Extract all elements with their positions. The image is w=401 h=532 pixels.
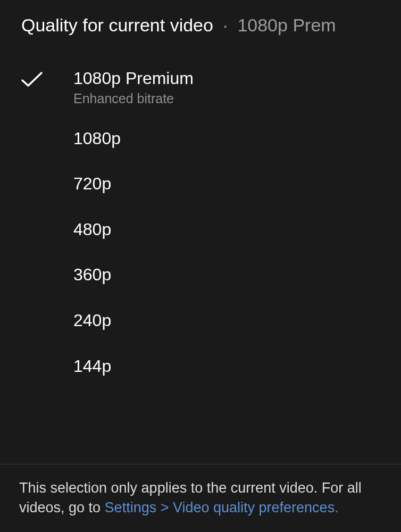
quality-option-1080p-premium[interactable]: 1080p Premium Enhanced bitrate: [0, 58, 401, 116]
settings-link[interactable]: Settings > Video quality preferences.: [105, 500, 339, 516]
quality-option-720p[interactable]: 720p: [0, 161, 401, 207]
quality-option-240p[interactable]: 240p: [0, 298, 401, 344]
option-text: 1080p: [73, 128, 121, 150]
option-text: 144p: [73, 355, 111, 378]
footer-note: This selection only applies to the curre…: [0, 464, 401, 532]
header-current-quality: 1080p Prem: [237, 15, 336, 36]
quality-option-144p[interactable]: 144p: [0, 344, 401, 389]
option-text: 480p: [73, 219, 111, 241]
header-separator: ·: [223, 15, 228, 36]
check-column: [20, 355, 73, 359]
option-text: 360p: [73, 264, 111, 286]
check-column: [20, 173, 73, 176]
option-label: 240p: [73, 310, 111, 332]
check-column: [20, 68, 73, 89]
check-column: [20, 128, 73, 131]
quality-options-list: 1080p Premium Enhanced bitrate 1080p 720…: [0, 42, 401, 464]
check-column: [20, 264, 73, 267]
quality-option-1080p[interactable]: 1080p: [0, 116, 401, 162]
option-text: 240p: [73, 310, 111, 332]
quality-header: Quality for current video · 1080p Prem: [0, 0, 401, 42]
quality-option-360p[interactable]: 360p: [0, 252, 401, 298]
option-sublabel: Enhanced bitrate: [73, 91, 194, 106]
option-label: 720p: [73, 173, 111, 195]
header-title: Quality for current video: [21, 15, 213, 36]
option-label: 1080p Premium: [73, 68, 194, 90]
option-label: 480p: [73, 219, 111, 241]
option-text: 1080p Premium Enhanced bitrate: [73, 68, 194, 106]
option-label: 1080p: [73, 128, 121, 150]
option-label: 144p: [73, 355, 111, 378]
option-label: 360p: [73, 264, 111, 286]
option-text: 720p: [73, 173, 111, 195]
check-column: [20, 219, 73, 222]
check-column: [20, 310, 73, 313]
quality-option-480p[interactable]: 480p: [0, 207, 401, 253]
check-icon: [20, 71, 44, 89]
